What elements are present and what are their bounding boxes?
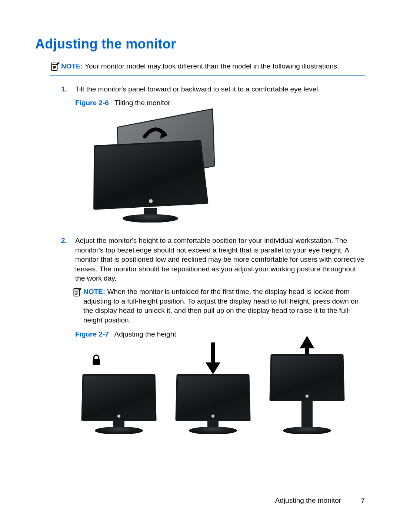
figure-label: Figure 2-7: [75, 330, 109, 338]
monitor-press-down: [172, 355, 254, 436]
figure-2-7-illustration: [78, 345, 352, 436]
note-icon: [72, 288, 82, 297]
figure-caption-text: Adjusting the height: [114, 330, 176, 338]
figure-2-6-illustration: [83, 114, 223, 225]
note-text: Your monitor model may look different th…: [85, 62, 339, 70]
tilt-arrow-icon: [142, 126, 168, 142]
monitor-raised: [266, 355, 348, 436]
note-icon: [50, 62, 60, 71]
figure-caption-text: Tilting the monitor: [114, 99, 170, 107]
lock-icon: [91, 354, 101, 366]
step-number: 1.: [61, 84, 67, 94]
figure-caption: [111, 330, 114, 338]
page-number: 7: [361, 496, 365, 505]
note-label: NOTE:: [83, 288, 105, 295]
step-text: Tilt the monitor's panel forward or back…: [75, 85, 320, 93]
svg-rect-2: [93, 359, 100, 365]
note-callout-step2: NOTE: When the monitor is unfolded for t…: [72, 287, 365, 325]
step-1: 1. Tilt the monitor's panel forward or b…: [61, 84, 365, 225]
step-number: 2.: [61, 236, 67, 245]
figure-caption: [111, 99, 114, 107]
step-text: Adjust the monitor's height to a comfort…: [75, 237, 364, 282]
monitor-locked: [78, 355, 160, 436]
arrow-down-icon: [206, 342, 220, 374]
footer-section: Adjusting the monitor: [275, 496, 341, 504]
page-footer: Adjusting the monitor 7: [275, 496, 365, 505]
step-2: 2. Adjust the monitor's height to a comf…: [61, 236, 365, 436]
note-text: When the monitor is unfolded for the fir…: [83, 288, 359, 324]
note-callout-top: NOTE: Your monitor model may look differ…: [50, 61, 365, 76]
note-label: NOTE:: [61, 62, 83, 70]
figure-label: Figure 2-6: [75, 99, 109, 107]
section-heading: Adjusting the monitor: [35, 35, 365, 53]
